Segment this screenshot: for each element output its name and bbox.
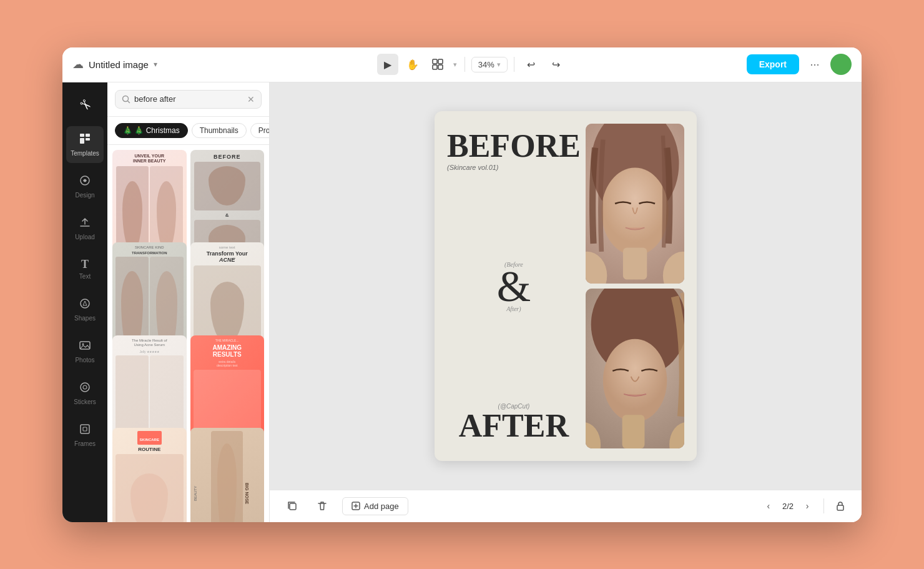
canvas-content[interactable]: BEFORE (Skincare vol.01) (Before & After… (270, 82, 862, 490)
text-label: Text (79, 273, 91, 280)
cursor-tool-button[interactable]: ▶ (377, 54, 398, 75)
zoom-chevron-icon: ▾ (497, 61, 501, 69)
svg-rect-5 (86, 134, 90, 137)
sidebar-item-photos[interactable]: Photos (66, 333, 104, 370)
delete-button[interactable] (312, 496, 332, 516)
frames-icon (79, 423, 91, 438)
divider3 (823, 498, 824, 513)
sidebar-item-text[interactable]: T Text (66, 252, 104, 286)
search-input[interactable] (134, 94, 243, 104)
tag-products[interactable]: Prod... (250, 123, 269, 138)
svg-rect-6 (80, 138, 84, 144)
templates-label: Templates (71, 150, 99, 157)
design-icon (79, 174, 91, 190)
divider2 (514, 57, 514, 72)
title-chevron-icon[interactable]: ▾ (154, 60, 157, 69)
templates-grid: UNVEIL YOURINNER BEAUTY BEFORE AFTER (107, 145, 269, 522)
shapes-icon (79, 297, 91, 313)
ampersand-section: (Before & After) (447, 261, 581, 312)
photo-slot-top (586, 124, 684, 284)
templates-icon (79, 132, 91, 148)
page-info: 2/2 (782, 502, 794, 511)
redo-button[interactable]: ↪ (546, 54, 567, 75)
layout-tool-button[interactable] (427, 54, 448, 75)
canvas-right (586, 124, 684, 448)
svg-rect-0 (433, 59, 437, 64)
upload-label: Upload (75, 234, 95, 240)
header: ☁ Untitled image ▾ ▶ ✋ ▾ 34% ▾ ↩ (62, 47, 862, 82)
canvas-document: BEFORE (Skincare vol.01) (Before & After… (435, 111, 697, 461)
design-label: Design (75, 192, 94, 199)
avatar[interactable] (830, 54, 852, 75)
sidebar-item-design[interactable]: Design (66, 168, 104, 205)
svg-point-11 (82, 343, 84, 345)
tag-thumbnails[interactable]: Thumbnails (192, 123, 247, 138)
page-nav: ‹ 2/2 › (760, 497, 849, 515)
zoom-value: 34% (478, 60, 494, 69)
frames-label: Frames (74, 440, 96, 447)
sidebar-item-shapes[interactable]: Shapes (66, 291, 104, 328)
search-icon (122, 95, 130, 104)
stickers-icon (79, 381, 91, 397)
ampersand-symbol: & (497, 265, 531, 309)
svg-rect-14 (81, 425, 89, 433)
template-card-7[interactable]: SKINCARE ROUTINE step by step guide (112, 428, 187, 522)
filter-tags: 🎄 🎄 Christmas Thumbnails Prod... (107, 117, 269, 145)
svg-rect-29 (290, 503, 296, 510)
photo-slot-bottom (586, 289, 684, 448)
svg-rect-31 (837, 505, 843, 510)
scissors-icon: ✂ (75, 95, 94, 114)
svg-rect-3 (438, 65, 443, 69)
svg-rect-4 (80, 134, 84, 137)
after-title: AFTER (447, 410, 581, 442)
svg-point-25 (603, 339, 667, 422)
header-center: ▶ ✋ ▾ 34% ▾ ↩ ↪ (205, 54, 739, 75)
logo: ✂ (62, 87, 107, 122)
doc-title[interactable]: Untitled image (89, 59, 149, 70)
bottom-bar: Add page ‹ 2/2 › (270, 490, 862, 522)
svg-point-13 (83, 385, 87, 389)
canvas-left: BEFORE (Skincare vol.01) (Before & After… (447, 124, 581, 448)
prev-page-button[interactable]: ‹ (760, 497, 777, 515)
shapes-label: Shapes (74, 315, 96, 322)
photos-icon (79, 339, 91, 355)
undo-button[interactable]: ↩ (521, 54, 542, 75)
duplicate-button[interactable] (282, 496, 302, 516)
export-button[interactable]: Export (747, 54, 799, 74)
next-page-button[interactable]: › (799, 497, 816, 515)
tag-christmas[interactable]: 🎄 🎄 Christmas (115, 123, 188, 138)
add-page-button[interactable]: Add page (342, 497, 408, 515)
sidebar-item-templates[interactable]: Templates (66, 126, 104, 163)
upload-icon (79, 216, 91, 232)
lock-button[interactable] (832, 497, 849, 515)
svg-rect-15 (83, 427, 87, 431)
search-section: ✕ (107, 82, 269, 117)
zoom-control[interactable]: 34% ▾ (471, 57, 508, 72)
after-section: (@CapCut) AFTER (447, 403, 581, 442)
template-card-8[interactable]: BEAUTY BIG NOSE (190, 428, 265, 522)
canvas-area: BEFORE (Skincare vol.01) (Before & After… (270, 82, 862, 522)
more-button[interactable]: ··· (804, 54, 825, 75)
search-clear-icon[interactable]: ✕ (247, 94, 255, 104)
text-icon: T (81, 258, 89, 271)
search-bar: ✕ (115, 90, 262, 109)
header-left: ☁ Untitled image ▾ (72, 57, 197, 71)
sidebar-item-stickers[interactable]: Stickers (66, 375, 104, 412)
svg-rect-26 (622, 415, 644, 448)
before-section: BEFORE (Skincare vol.01) (447, 130, 581, 171)
svg-rect-2 (433, 65, 437, 69)
divider (464, 57, 465, 72)
app-window: ☁ Untitled image ▾ ▶ ✋ ▾ 34% ▾ ↩ (62, 47, 862, 522)
header-right: Export ··· (747, 54, 852, 75)
sidebar-item-upload[interactable]: Upload (66, 210, 104, 247)
template-panel: ✕ 🎄 🎄 Christmas Thumbnails Prod... UNVEI… (107, 82, 270, 522)
skincare-subtitle: (Skincare vol.01) (447, 164, 581, 171)
svg-point-12 (81, 383, 89, 392)
sidebar-item-frames[interactable]: Frames (66, 417, 104, 453)
svg-point-19 (601, 167, 669, 255)
main-body: ✂ Templates (62, 82, 862, 522)
svg-rect-1 (438, 59, 443, 64)
hand-tool-button[interactable]: ✋ (402, 54, 423, 75)
svg-rect-20 (623, 247, 647, 279)
stickers-label: Stickers (74, 398, 96, 405)
